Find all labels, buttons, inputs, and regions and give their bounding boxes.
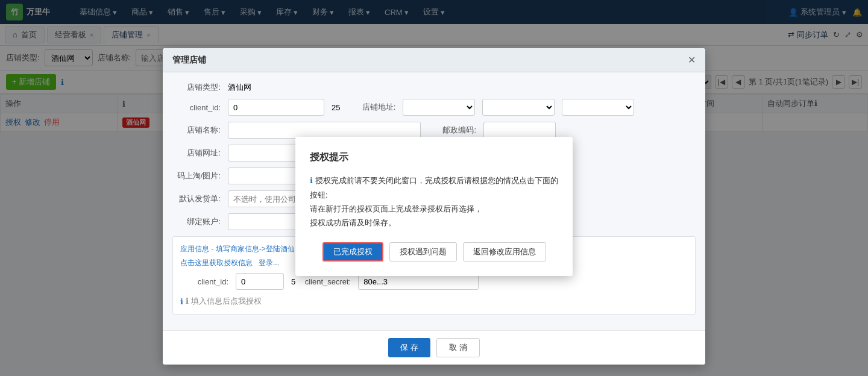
alert-overlay: 授权提示 ℹ授权完成前请不要关闭此窗口，完成授权后请根据您的情况点击下面的按钮:…	[163, 48, 705, 132]
modal-overlay: 管理店铺 ✕ 店铺类型: 酒仙网 client_id: 25 店铺地址: 店铺名…	[0, 0, 868, 132]
manage-store-modal: 管理店铺 ✕ 店铺类型: 酒仙网 client_id: 25 店铺地址: 店铺名…	[163, 48, 705, 132]
